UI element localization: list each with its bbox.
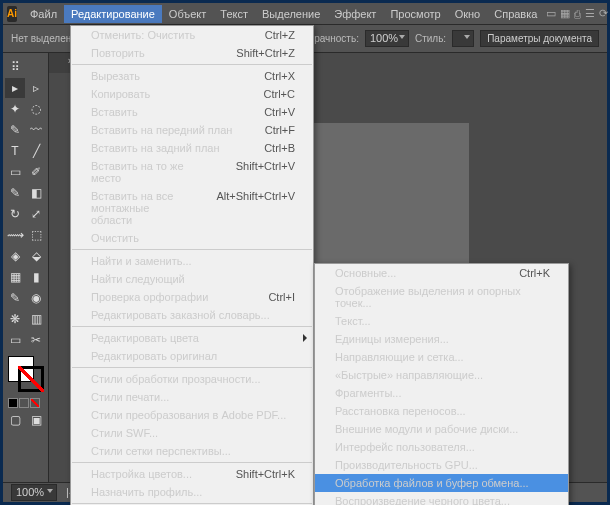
menu-item[interactable]: Внешние модули и рабочие диски...: [315, 420, 568, 438]
pen-tool[interactable]: ✎: [5, 120, 25, 140]
edit-menu-dropdown: Отменить: ОчиститьCtrl+ZПовторитьShift+C…: [70, 25, 314, 505]
menu-select[interactable]: Выделение: [255, 5, 327, 23]
menu-item[interactable]: ВставитьCtrl+V: [71, 103, 313, 121]
menu-window[interactable]: Окно: [448, 5, 488, 23]
direct-select-tool[interactable]: ▹: [26, 78, 46, 98]
menu-item[interactable]: Производительность GPU...: [315, 456, 568, 474]
header-icon-1[interactable]: ▭: [546, 6, 556, 22]
menu-item[interactable]: Фрагменты...: [315, 384, 568, 402]
menu-item[interactable]: Стили печати...: [71, 388, 313, 406]
free-transform-tool[interactable]: ⬚: [26, 225, 46, 245]
menu-item[interactable]: Проверка орфографииCtrl+I: [71, 288, 313, 306]
style-label: Стиль:: [415, 33, 446, 44]
header-icon-2[interactable]: ▦: [560, 6, 570, 22]
perspective-tool[interactable]: ⬙: [26, 246, 46, 266]
menu-item[interactable]: Направляющие и сетка...: [315, 348, 568, 366]
style-field[interactable]: [452, 30, 474, 47]
menu-item[interactable]: Отображение выделения и опорных точек...: [315, 282, 568, 312]
stroke-swatch[interactable]: [18, 366, 44, 392]
slice-tool[interactable]: ✂: [26, 330, 46, 350]
mini-swatch-2[interactable]: [19, 398, 29, 408]
menu-item[interactable]: Редактировать цвета: [71, 329, 313, 347]
wand-tool[interactable]: ✦: [5, 99, 25, 119]
scale-tool[interactable]: ⤢: [26, 204, 46, 224]
app-window: Ai Файл Редактирование Объект Текст Выде…: [3, 3, 607, 502]
menu-object[interactable]: Объект: [162, 5, 213, 23]
menu-item[interactable]: Вставить на то же местоShift+Ctrl+V: [71, 157, 313, 187]
menu-item[interactable]: Настройка цветов...Shift+Ctrl+K: [71, 465, 313, 483]
header-icon-4[interactable]: ☰: [585, 6, 595, 22]
menu-item[interactable]: Стили преобразования в Adobe PDF...: [71, 406, 313, 424]
mini-swatch-1[interactable]: [8, 398, 18, 408]
zoom-field[interactable]: 100%: [11, 484, 57, 501]
submenu-arrow-icon: [303, 334, 307, 342]
menu-item[interactable]: Интерфейс пользователя...: [315, 438, 568, 456]
header-icon-5[interactable]: ⟳: [599, 6, 608, 22]
menu-item: Найти следующий: [71, 270, 313, 288]
doc-params-button[interactable]: Параметры документа: [480, 30, 599, 47]
shaper-tool[interactable]: ✎: [5, 183, 25, 203]
menu-item[interactable]: Воспроизведение черного цвета...: [315, 492, 568, 505]
menu-item[interactable]: Расстановка переносов...: [315, 402, 568, 420]
rect-tool[interactable]: ▭: [5, 162, 25, 182]
menu-item: ВырезатьCtrl+X: [71, 67, 313, 85]
eraser-tool[interactable]: ◧: [26, 183, 46, 203]
tools-panel: ⠿ ▸▹ ✦◌ ✎〰 T╱ ▭✐ ✎◧ ↻⤢ ⟿⬚ ◈⬙ ▦▮ ✎◉ ❋▥ ▭✂…: [3, 53, 49, 482]
menu-effect[interactable]: Эффект: [327, 5, 383, 23]
graph-tool[interactable]: ▥: [26, 309, 46, 329]
menu-item[interactable]: Найти и заменить...: [71, 252, 313, 270]
selection-tool[interactable]: ▸: [5, 78, 25, 98]
color-swatch[interactable]: [8, 356, 44, 392]
brush-tool[interactable]: ✐: [26, 162, 46, 182]
type-tool[interactable]: T: [5, 141, 25, 161]
panel-grip-icon[interactable]: ⠿: [5, 57, 25, 77]
width-tool[interactable]: ⟿: [5, 225, 25, 245]
menu-item: Редактировать оригинал: [71, 347, 313, 365]
mesh-tool[interactable]: ▦: [5, 267, 25, 287]
curvature-tool[interactable]: 〰: [26, 120, 46, 140]
menu-item: Очистить: [71, 229, 313, 247]
menu-item[interactable]: Основные...Ctrl+K: [315, 264, 568, 282]
eyedropper-tool[interactable]: ✎: [5, 288, 25, 308]
menu-view[interactable]: Просмотр: [383, 5, 447, 23]
gradient-tool[interactable]: ▮: [26, 267, 46, 287]
menu-item[interactable]: Отменить: ОчиститьCtrl+Z: [71, 26, 313, 44]
app-logo: Ai: [7, 6, 17, 22]
shape-builder-tool[interactable]: ◈: [5, 246, 25, 266]
menu-item: ПовторитьShift+Ctrl+Z: [71, 44, 313, 62]
draw-mode-behind[interactable]: ▣: [26, 410, 46, 430]
menu-item[interactable]: Вставить на передний планCtrl+F: [71, 121, 313, 139]
menu-item[interactable]: Редактировать заказной словарь...: [71, 306, 313, 324]
menu-file[interactable]: Файл: [23, 5, 64, 23]
menu-item[interactable]: «Быстрые» направляющие...: [315, 366, 568, 384]
menu-item[interactable]: Вставить на задний планCtrl+B: [71, 139, 313, 157]
menu-item[interactable]: Стили обработки прозрачности...: [71, 370, 313, 388]
line-tool[interactable]: ╱: [26, 141, 46, 161]
menu-edit[interactable]: Редактирование: [64, 5, 162, 23]
rotate-tool[interactable]: ↻: [5, 204, 25, 224]
symbol-sprayer-tool[interactable]: ❋: [5, 309, 25, 329]
menu-item[interactable]: Стили SWF...: [71, 424, 313, 442]
draw-mode-normal[interactable]: ▢: [5, 410, 25, 430]
menu-item[interactable]: Обработка файлов и буфер обмена...: [315, 474, 568, 492]
header-icon-3[interactable]: ⎙: [574, 6, 581, 22]
blend-tool[interactable]: ◉: [26, 288, 46, 308]
opacity-field[interactable]: 100%: [365, 30, 409, 47]
menu-help[interactable]: Справка: [487, 5, 544, 23]
menu-text[interactable]: Текст: [213, 5, 255, 23]
menu-item[interactable]: Вставить на все монтажные областиAlt+Shi…: [71, 187, 313, 229]
menu-item[interactable]: Назначить профиль...: [71, 483, 313, 501]
menu-item[interactable]: Единицы измерения...: [315, 330, 568, 348]
menu-item: КопироватьCtrl+C: [71, 85, 313, 103]
lasso-tool[interactable]: ◌: [26, 99, 46, 119]
menu-item[interactable]: Стили сетки перспективы...: [71, 442, 313, 460]
preferences-submenu: Основные...Ctrl+KОтображение выделения и…: [314, 263, 569, 505]
mini-swatch-3[interactable]: [30, 398, 40, 408]
artboard-tool[interactable]: ▭: [5, 330, 25, 350]
menu-item[interactable]: Текст...: [315, 312, 568, 330]
menubar: Ai Файл Редактирование Объект Текст Выде…: [3, 3, 607, 25]
